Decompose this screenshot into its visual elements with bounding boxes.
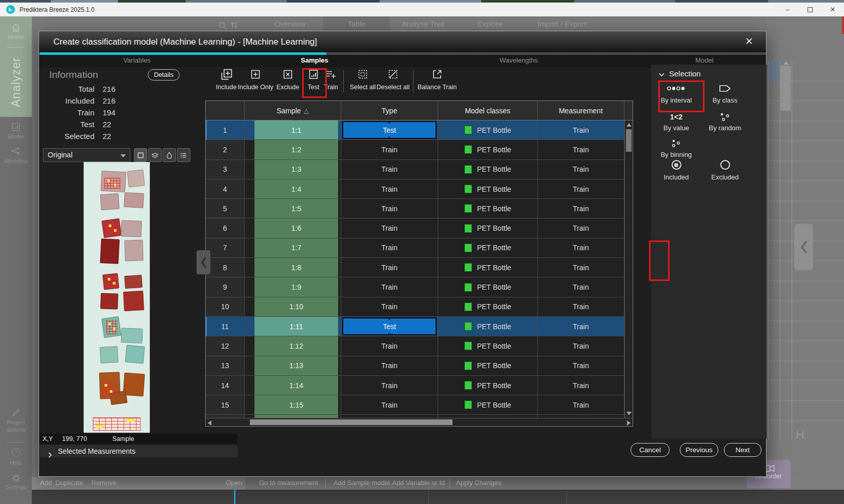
table-row[interactable]: 121:12TrainPET BottleTrain (206, 336, 624, 356)
column-header-model-classes[interactable]: Model classes (438, 101, 538, 120)
sample-cell[interactable]: 1:10 (245, 297, 341, 316)
sort-icon[interactable] (230, 20, 239, 30)
measurement-cell[interactable]: Train (538, 277, 624, 296)
sample-cell[interactable]: 1:15 (245, 395, 341, 414)
bottom-action-duplicate[interactable]: Duplicate (55, 479, 83, 487)
maximize-button[interactable] (799, 3, 821, 16)
view-single-button[interactable] (134, 148, 147, 162)
sample-cell[interactable]: 1:9 (245, 277, 341, 296)
measurement-cell[interactable]: Train (538, 376, 624, 395)
search-icon[interactable] (218, 21, 228, 31)
next-button[interactable]: Next (724, 443, 761, 457)
model-class-cell[interactable]: PET Bottle (438, 336, 538, 355)
sidebar-item-settings[interactable]: Settings (0, 473, 32, 490)
sample-cell[interactable]: 1:2 (245, 140, 341, 159)
sample-cell[interactable]: 1:14 (245, 376, 341, 395)
type-cell[interactable]: Train (341, 376, 438, 395)
table-row[interactable]: 71:7TrainPET BottleTrain (206, 238, 624, 258)
measurement-cell[interactable]: Train (538, 120, 624, 139)
type-cell[interactable]: Train (341, 395, 438, 414)
model-class-cell[interactable]: PET Bottle (438, 238, 538, 257)
wizard-step-wavelengths[interactable]: Wavelengths (500, 56, 538, 64)
type-cell[interactable]: Train (341, 297, 438, 316)
selection-option-by-class[interactable]: By class (701, 84, 749, 104)
contrast-button[interactable] (163, 148, 176, 162)
table-row[interactable]: 101:10TrainPET BottleTrain (206, 297, 624, 317)
table-row[interactable]: 61:6TrainPET BottleTrain (206, 218, 624, 238)
table-row[interactable]: 31:3TrainPET BottleTrain (206, 160, 624, 179)
type-cell[interactable]: Train (341, 277, 438, 296)
measurement-cell[interactable]: Train (538, 356, 624, 375)
sidebar-item-workflow[interactable]: Workflow (0, 147, 32, 164)
model-class-cell[interactable]: PET Bottle (438, 297, 538, 316)
bottom-action-add-sample-model[interactable]: Add Sample model (333, 479, 390, 487)
type-cell[interactable]: Train (341, 199, 438, 218)
measurement-cell[interactable]: Train (538, 179, 624, 198)
table-row[interactable]: 81:8TrainPET BottleTrain (206, 258, 624, 277)
type-cell[interactable]: Test (341, 120, 438, 139)
measurement-cell[interactable]: Train (538, 140, 624, 159)
wizard-step-model[interactable]: Model (695, 56, 713, 64)
model-class-cell[interactable]: PET Bottle (438, 218, 538, 237)
selection-option-by-binning[interactable]: By binning (653, 138, 700, 158)
table-row[interactable]: 51:5TrainPET BottleTrain (206, 199, 624, 218)
selection-option-by-random[interactable]: By random (701, 112, 749, 132)
measurement-cell[interactable]: Train (538, 317, 624, 336)
type-cell[interactable]: Train (341, 238, 438, 257)
model-class-cell[interactable]: PET Bottle (438, 376, 538, 395)
column-header-type[interactable]: Type (341, 101, 438, 120)
column-header-sample[interactable]: Sample△ (245, 101, 341, 120)
model-class-cell[interactable]: PET Bottle (438, 199, 538, 218)
selection-option-by-value[interactable]: 1<2By value (653, 112, 700, 132)
horizontal-scrollbar[interactable] (206, 418, 633, 426)
type-cell[interactable]: Train (341, 179, 438, 198)
sample-cell[interactable]: 1:7 (245, 238, 341, 257)
wizard-step-variables[interactable]: Variables (123, 56, 150, 64)
tab-analyse-tree[interactable]: Analyse Tree (390, 16, 457, 32)
column-header-rownum[interactable] (206, 101, 245, 120)
measurement-cell[interactable]: Train (538, 199, 624, 218)
measurement-cell[interactable]: Train (538, 297, 624, 316)
sidebar-item-home[interactable]: Home (0, 23, 32, 40)
sidebar-item-help[interactable]: ? Help (0, 448, 32, 466)
model-class-cell[interactable]: PET Bottle (438, 277, 538, 296)
type-cell[interactable]: Train (341, 218, 438, 237)
radio-excluded[interactable]: Excluded (701, 160, 749, 181)
selected-measurements-header[interactable]: Selected Measurements (40, 445, 238, 457)
bottom-action-open[interactable]: Open (226, 479, 242, 487)
table-row[interactable]: 131:13TrainPET BottleTrain (206, 356, 624, 376)
measurement-cell[interactable]: Train (538, 336, 624, 355)
tab-explore[interactable]: Explore (457, 16, 523, 32)
view-mode-select[interactable]: Original (43, 148, 130, 162)
sidebar-item-project-options[interactable]: Project options (0, 408, 32, 433)
toolbar-button-include-only[interactable]: Include Only (234, 68, 277, 91)
minimize-button[interactable]: – (776, 3, 799, 16)
sample-cell[interactable]: 1:12 (245, 336, 341, 355)
scroll-right-icon[interactable] (627, 420, 631, 426)
toolbar-button-deselect-all[interactable]: Deselect all (373, 68, 413, 91)
scroll-up-icon[interactable] (626, 123, 632, 127)
measurement-cell[interactable]: Train (538, 238, 624, 257)
type-dropdown-editor[interactable]: Test (342, 121, 437, 139)
table-row[interactable]: 141:14TrainPET BottleTrain (206, 376, 624, 395)
table-row[interactable]: 111:11TestPET BottleTrain (206, 317, 624, 336)
model-class-cell[interactable]: PET Bottle (438, 395, 538, 414)
cancel-button[interactable]: Cancel (631, 443, 670, 457)
sample-cell[interactable]: 1:1 (245, 120, 341, 139)
wizard-step-samples[interactable]: Samples (301, 56, 328, 64)
model-class-cell[interactable]: PET Bottle (438, 120, 538, 139)
bottom-action-apply-changes[interactable]: Apply Changes (456, 479, 501, 487)
vertical-scrollbar[interactable] (624, 120, 633, 418)
type-cell[interactable]: Train (341, 160, 438, 179)
sample-image-thumbnail[interactable] (84, 162, 150, 433)
bottom-action-remove[interactable]: Remove (91, 479, 116, 487)
sidebar-item-analyzer[interactable]: Analyzer (0, 51, 32, 113)
bottom-action-go-to-measurement[interactable]: Go to measurement (259, 479, 318, 487)
column-header-measurement[interactable]: Measurement (538, 101, 624, 120)
model-class-cell[interactable]: PET Bottle (438, 140, 538, 159)
tab-overview[interactable]: Overview (257, 16, 323, 32)
tab-import-export[interactable]: Import / Export (523, 16, 600, 32)
vertical-scrollbar-thumb[interactable] (626, 129, 632, 152)
table-row[interactable]: 41:4TrainPET BottleTrain (206, 179, 624, 199)
table-row[interactable]: 91:9TrainPET BottleTrain (206, 277, 624, 297)
